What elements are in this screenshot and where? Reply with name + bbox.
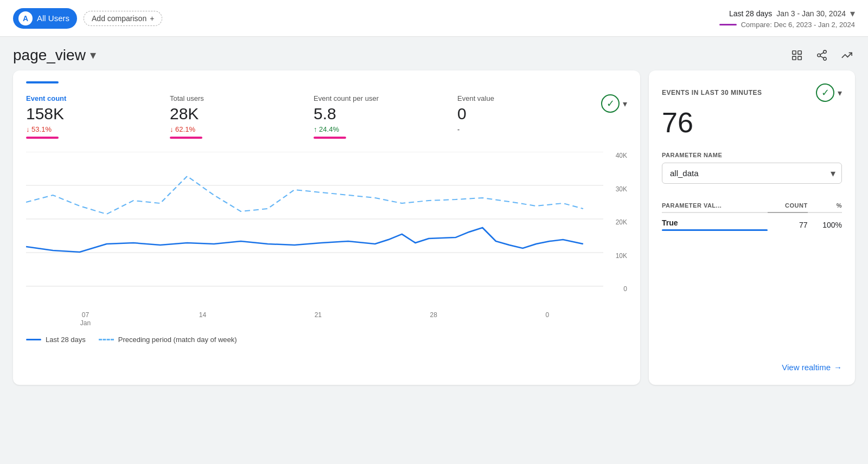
chart-container: 40K 30K 20K 10K 0	[26, 152, 627, 304]
legend-dashed: Preceding period (match day of week)	[99, 336, 237, 344]
metric-event-count-label: Event count	[26, 94, 159, 102]
events-title: EVENTS IN LAST 30 MINUTES	[662, 89, 762, 96]
metric-event-count-per-user-value: 5.8	[314, 105, 446, 123]
svg-rect-2	[793, 56, 796, 60]
table-row-bar	[662, 229, 768, 231]
param-val-cell: True	[662, 212, 768, 236]
param-val-col-header: PARAMETER VAL...	[662, 199, 768, 212]
legend-solid: Last 28 days	[26, 336, 86, 344]
date-range-label: Last 28 days	[729, 9, 772, 18]
legend-dashed-label: Preceding period (match day of week)	[118, 336, 237, 344]
metric-dropdown-area: ✓ ▾	[601, 94, 627, 113]
svg-rect-1	[798, 51, 801, 54]
y-label-20k: 20K	[605, 218, 627, 226]
svg-rect-3	[798, 56, 801, 60]
header-right: Last 28 days Jan 3 - Jan 30, 2024 ▾ Comp…	[719, 8, 855, 29]
metric-event-count-per-user-bar	[314, 137, 346, 139]
header: A All Users Add comparison + Last 28 day…	[0, 0, 868, 37]
metric-total-users-value: 28K	[170, 105, 303, 123]
chart-y-labels: 40K 30K 20K 10K 0	[605, 152, 627, 304]
y-label-30k: 30K	[605, 185, 627, 193]
legend-dashed-line	[99, 339, 114, 340]
left-card: Event count 158K ↓ 53.1% Total users 28K…	[13, 70, 640, 385]
view-realtime-label: View realtime	[782, 363, 831, 372]
plus-icon: +	[150, 14, 154, 23]
table-row: True 77 100%	[662, 212, 842, 236]
svg-point-6	[824, 57, 827, 61]
page-title: page_view	[13, 47, 86, 64]
page-title-left: page_view ▾	[13, 47, 96, 64]
param-select-wrapper: all_data ▾	[662, 163, 842, 184]
all-users-label: All Users	[37, 14, 69, 23]
param-name-label: PARAMETER NAME	[662, 152, 842, 158]
metric-total-users-label: Total users	[170, 94, 303, 102]
percent-cell: 100%	[808, 212, 842, 236]
param-select[interactable]: all_data	[662, 163, 842, 184]
chart-svg	[26, 152, 603, 287]
view-realtime-link[interactable]: View realtime →	[662, 352, 842, 372]
metric-event-value-change: -	[457, 125, 590, 133]
metric-event-count: Event count 158K ↓ 53.1%	[26, 94, 170, 139]
percent-col-header: %	[808, 199, 842, 212]
x-label-21: 21	[315, 311, 322, 327]
chart-x-labels: 07 Jan 14 21 28 0	[26, 309, 603, 327]
metric-event-value: Event value 0 -	[457, 94, 601, 133]
metric-event-count-per-user-change: ↑ 24.4%	[314, 125, 446, 133]
metric-event-count-change: ↓ 53.1%	[26, 125, 159, 133]
compare-line-icon	[719, 24, 737, 25]
metric-event-count-per-user-label: Event count per user	[314, 94, 446, 102]
y-label-40k: 40K	[605, 152, 627, 159]
right-card: EVENTS IN LAST 30 MINUTES ✓ ▾ 76 PARAMET…	[649, 70, 855, 385]
param-table: PARAMETER VAL... COUNT % True 77 100%	[662, 199, 842, 236]
metric-total-users: Total users 28K ↓ 62.1%	[170, 94, 314, 139]
events-count: 76	[662, 106, 842, 139]
header-left: A All Users Add comparison +	[13, 8, 162, 29]
metric-event-value-value: 0	[457, 105, 590, 123]
param-section: PARAMETER NAME all_data ▾	[662, 152, 842, 184]
compare-range: Compare: Dec 6, 2023 - Jan 2, 2024	[719, 21, 855, 29]
x-label-14: 14	[199, 311, 206, 327]
all-users-button[interactable]: A All Users	[13, 8, 77, 29]
count-col-header: COUNT	[768, 199, 808, 212]
metric-event-count-bar	[26, 137, 59, 139]
main-content: Event count 158K ↓ 53.1% Total users 28K…	[0, 70, 868, 398]
metric-event-value-label: Event value	[457, 94, 590, 102]
legend-solid-line	[26, 339, 41, 340]
y-label-10k: 10K	[605, 252, 627, 260]
date-range-top: Last 28 days Jan 3 - Jan 30, 2024 ▾	[719, 8, 855, 20]
compare-label: Compare: Dec 6, 2023 - Jan 2, 2024	[741, 21, 855, 29]
trend-icon-button[interactable]	[839, 47, 855, 63]
chart-icon-button[interactable]	[789, 47, 805, 63]
date-range-value: Jan 3 - Jan 30, 2024	[776, 9, 846, 18]
avatar: A	[18, 11, 33, 25]
svg-point-5	[818, 54, 821, 57]
events-header: EVENTS IN LAST 30 MINUTES ✓ ▾	[662, 83, 842, 102]
add-comparison-button[interactable]: Add comparison +	[84, 11, 162, 26]
view-realtime-arrow-icon: →	[834, 363, 842, 372]
y-label-0: 0	[605, 285, 627, 293]
metric-event-count-value: 158K	[26, 105, 159, 123]
events-check-circle-icon: ✓	[816, 83, 834, 102]
date-range-chevron-icon[interactable]: ▾	[850, 8, 855, 20]
count-cell: 77	[768, 212, 808, 236]
metric-event-count-per-user: Event count per user 5.8 ↑ 24.4%	[314, 94, 457, 139]
page-title-bar: page_view ▾	[0, 37, 868, 70]
x-label-28: 28	[430, 311, 437, 327]
check-circle-icon: ✓	[601, 94, 620, 113]
metric-dropdown-button[interactable]: ▾	[623, 99, 627, 109]
svg-point-4	[824, 50, 827, 54]
chart-legend: Last 28 days Preceding period (match day…	[26, 336, 627, 344]
svg-line-8	[820, 53, 824, 55]
add-comparison-label: Add comparison	[92, 14, 146, 23]
events-dropdown-button[interactable]: ▾	[838, 88, 842, 98]
share-icon-button[interactable]	[814, 47, 830, 63]
x-label-0: 0	[545, 311, 549, 327]
x-label-07: 07 Jan	[80, 311, 91, 327]
metric-total-users-bar	[170, 137, 202, 139]
svg-rect-0	[793, 51, 796, 54]
metrics-row: Event count 158K ↓ 53.1% Total users 28K…	[26, 94, 627, 139]
metric-total-users-change: ↓ 62.1%	[170, 125, 303, 133]
svg-line-7	[820, 56, 824, 58]
legend-solid-label: Last 28 days	[46, 336, 86, 344]
page-title-chevron-icon[interactable]: ▾	[90, 48, 96, 62]
